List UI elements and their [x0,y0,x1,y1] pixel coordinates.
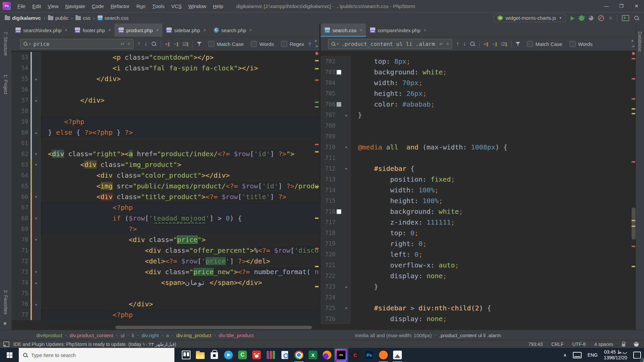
newline-icon[interactable]: ↵ [120,41,125,47]
close-icon[interactable]: ✕ [156,28,159,33]
error-stripe[interactable] [314,51,319,330]
taskbar-icon-photoshop[interactable]: Ps [362,348,376,362]
menu-help[interactable]: Help [210,3,227,9]
code-line[interactable]: 72 <del><?= $row['price'] ?></del> [11,256,319,266]
taskbar-icon-photos[interactable] [390,348,405,362]
breadcrumb-item[interactable]: ul [120,333,124,338]
tab-search.css[interactable]: CSSsearch.css✕ [321,23,366,37]
find-option-words[interactable]: Words [570,41,592,47]
breadcrumb-item-digikalamvc[interactable]: digikalamvc› [5,15,45,21]
remove-selection-icon[interactable]: −∥ [492,42,497,47]
select-all-occurrences-icon[interactable]: ☑∥ [182,42,189,47]
more-options-icon[interactable]: » [315,44,317,49]
fold-marker[interactable]: ▴ [342,281,350,292]
file-encoding[interactable]: UTF-8 [572,342,586,347]
code-line[interactable]: 721 overflow-x: auto; [321,260,636,270]
code-line[interactable]: 63▾ <div class="img_product"> [11,159,319,170]
menu-refactor[interactable]: Refactor [107,3,133,9]
coverage-button[interactable] [589,16,593,20]
taskbar-icon-phpstorm[interactable]: PS [334,348,348,362]
filter-icon[interactable] [197,42,202,46]
vertical-scrollbar[interactable] [632,207,636,240]
close-button[interactable]: ✕ [629,0,644,12]
find-option-words[interactable]: Words [251,41,274,47]
run-button[interactable]: ▶ [571,15,575,21]
language-indicator[interactable]: ENG [585,348,601,362]
taskbar-icon-xampp[interactable] [376,348,390,362]
minimize-button[interactable]: — [599,0,614,12]
code-line[interactable]: 725▾ #sidebar > div:nth-child(2) { [321,303,636,313]
code-line[interactable]: 720 left: 0; [321,249,636,260]
close-icon[interactable]: ✕ [424,28,427,33]
code-line[interactable]: 723▴ } [321,281,636,292]
code-line[interactable]: 61 [11,138,319,148]
fold-marker[interactable]: ▾ [32,148,40,159]
code-line[interactable]: 718 top: 0; [321,228,636,238]
taskbar-icon-file-explorer[interactable] [193,348,207,362]
caret-position[interactable]: 793:43 [528,342,543,347]
menu-edit[interactable]: Edit [29,3,44,9]
code-line[interactable]: 69 ?> [11,224,319,234]
close-icon[interactable]: ✕ [108,28,111,33]
taskbar-icon-winrar[interactable] [264,348,278,362]
breadcrumb-item[interactable]: media all and (max-width: 1008px) [355,333,432,338]
tab-search-index.php[interactable]: PHPsearch\index.php✕ [11,23,71,37]
breadcrumb-item[interactable]: div.img_product [176,333,212,338]
menu-tools[interactable]: Tools [149,3,168,9]
run-configuration-select[interactable]: JS widget-morris-charts.js ▼ [494,14,566,22]
code-line[interactable]: 726 display: none; [321,313,636,324]
code-line[interactable]: 74▴ <span>تومان </span></div> [11,277,319,288]
fold-marker[interactable]: ▾ [342,163,350,174]
code-line[interactable]: 64 <div class="color_product"></div> [11,170,319,181]
code-line[interactable]: 713 position: fixed; [321,174,636,185]
code-line[interactable]: 68▾ if ($row['teadad_mojood'] > 0) { [11,213,319,224]
tab-sidebar.php[interactable]: PHPsidebar.php✕ [162,23,210,37]
code-line[interactable]: 75 [11,288,319,299]
code-line[interactable]: 712▾ #sidebar { [321,163,636,174]
taskbar-search-input[interactable]: Type here to search [19,348,174,362]
fold-marker[interactable]: ▴ [32,73,40,84]
toolwindow-button-favorites[interactable]: 2: Favorites [3,290,8,314]
touch-keyboard-icon[interactable] [570,348,585,362]
taskbar-icon-excel[interactable]: X [306,348,320,362]
checkbox[interactable] [527,41,533,47]
menu-file[interactable]: File [14,3,29,9]
tab-compare-index.php[interactable]: PHPcompare\index.php✕ [366,23,430,37]
code-line[interactable]: 57▴ </div> [11,95,319,106]
menu-navigate[interactable]: Navigate [62,3,89,9]
code-line[interactable]: 60▴} else { ?><?php } ?> [11,127,319,138]
menu-code[interactable]: Code [89,3,107,9]
fold-marker[interactable]: ▾ [342,142,350,153]
remove-selection-icon[interactable]: −∥ [174,42,178,47]
code-line[interactable]: 722 display: none; [321,270,636,281]
breadcrumb-item[interactable]: div.right [142,333,159,338]
breadcrumb-item[interactable]: a [166,333,169,338]
taskbar-icon-telegram[interactable] [221,348,235,362]
code-line[interactable]: 62▾<div class="right"><a href="product/i… [11,148,319,159]
breadcrumb-item[interactable]: div.product_content [70,333,113,338]
code-line[interactable]: 66▾ <div class="title_product"><?= $row[… [11,191,319,202]
fold-marker[interactable]: ▴ [32,95,40,106]
code-line[interactable]: 71 <div class="offer_percent">%<?= $row[… [11,245,319,256]
select-all-occurrences-icon[interactable]: ☑∥ [501,42,507,47]
close-icon[interactable]: ✕ [249,28,252,33]
taskbar-icon-red-paw-app[interactable] [250,348,264,362]
code-line[interactable]: 719 right: 0; [321,238,636,249]
status-message[interactable]: IDE and Plugin Updates: PhpStorm is read… [13,342,176,347]
code-line[interactable]: 55▴ </div> [11,73,319,84]
code-line[interactable]: 707▴} [321,110,636,120]
breadcrumb-item[interactable]: .product_content ul li .alarm [439,333,501,338]
taskbar-icon-task-view[interactable] [179,348,193,362]
code-line[interactable]: 58 [11,106,319,116]
toolwindow-button-project[interactable]: 1: Project [3,74,8,94]
breadcrumb-item-search.css[interactable]: search.css [98,15,129,21]
fold-marker[interactable]: ▾ [32,234,40,245]
close-icon[interactable]: ✕ [360,28,363,33]
fold-marker[interactable]: ▾ [32,191,40,202]
code-editor[interactable]: 53 <p class="countdown"></p>54 <i class=… [11,51,319,330]
menu-view[interactable]: View [44,3,62,9]
clock[interactable]: 03:45 ب.ظ 1398/12/20 [601,348,630,362]
code-line[interactable]: 715 height: 100%; [321,195,636,206]
code-line[interactable]: 70▾ <div class="price"> [11,234,319,245]
code-line[interactable]: 724 [321,292,636,303]
